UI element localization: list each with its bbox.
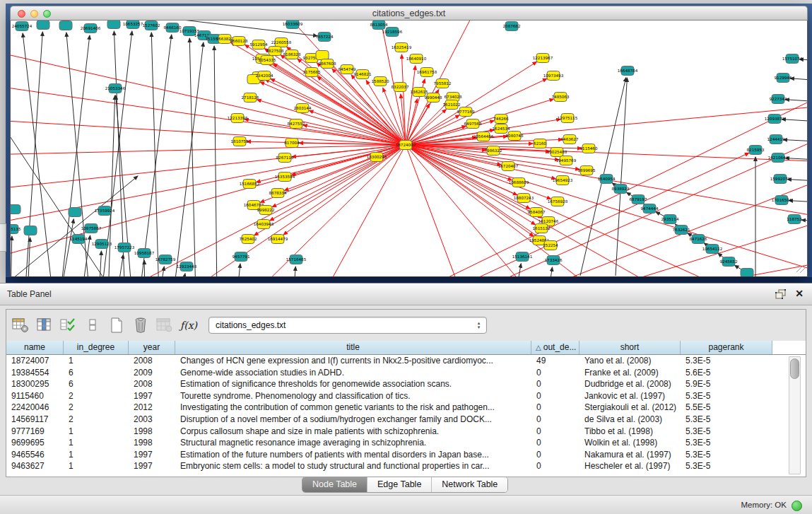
column-header-year[interactable]: year (129, 341, 175, 354)
graph-node[interactable]: 17957223 (114, 243, 135, 252)
graph-edge[interactable] (60, 219, 73, 276)
graph-node[interactable]: 17016504 (772, 196, 792, 205)
graph-node[interactable]: 5912954 (250, 40, 268, 49)
rows-icon[interactable] (83, 315, 102, 335)
graph-edge[interactable] (245, 119, 406, 145)
scrollbar-thumb[interactable] (790, 358, 799, 379)
graph-node[interactable] (59, 21, 72, 30)
graph-node[interactable]: 16756928 (548, 197, 568, 206)
graph-edge[interactable] (11, 105, 117, 276)
graph-node[interactable]: 9584067 (528, 208, 546, 217)
graph-node[interactable]: 9660128 (230, 37, 248, 46)
graph-node[interactable]: 9463627 (561, 135, 579, 144)
graph-node[interactable]: 7625402 (240, 235, 257, 244)
table-vertical-scrollbar[interactable] (789, 356, 801, 474)
graph-node[interactable]: 2935114 (661, 215, 679, 224)
column-header-name[interactable]: name (6, 341, 64, 354)
graph-node[interactable]: 8267110 (276, 153, 294, 163)
graph-node[interactable]: 10653257 (123, 21, 143, 29)
create-column-icon[interactable] (107, 315, 126, 335)
graph-node[interactable]: 16914479 (268, 235, 288, 244)
graph-node[interactable]: 62160 (534, 139, 546, 148)
graph-edge[interactable] (790, 78, 807, 81)
graph-node[interactable]: 16210643 (768, 153, 789, 163)
graph-node[interactable]: 8938923 (612, 185, 630, 194)
graph-edge[interactable] (293, 267, 295, 276)
graph-node[interactable]: 9457791 (233, 252, 250, 262)
graph-node[interactable]: 12923448 (177, 262, 197, 271)
graph-edge[interactable] (406, 145, 551, 199)
graph-edge[interactable] (214, 46, 217, 276)
graph-node[interactable]: 15166852 (240, 180, 259, 189)
graph-node[interactable]: 16782759 (155, 255, 176, 264)
graph-node[interactable]: 12213398 (228, 114, 248, 123)
graph-node[interactable] (37, 21, 49, 30)
graph-node[interactable]: 9129946 (775, 74, 792, 83)
graph-node[interactable]: 9115460 (580, 144, 598, 153)
function-builder-icon[interactable]: ƒ(x) (179, 315, 199, 335)
graph-edge[interactable] (616, 78, 627, 276)
graph-edge[interactable] (151, 33, 159, 276)
graph-node[interactable] (11, 205, 20, 214)
table-row[interactable]: 1938455462009Genome-wide association stu… (6, 367, 806, 379)
column-header-out-degree[interactable]: △out_de... (531, 341, 579, 354)
graph-node[interactable]: 1145194 (70, 235, 88, 244)
graph-node[interactable]: 20691406 (81, 24, 101, 33)
graph-node[interactable] (24, 226, 37, 235)
table-row[interactable]: 977716911998Corpus callosum shape and si… (6, 426, 806, 438)
graph-node[interactable]: 9998222 (257, 206, 275, 215)
graph-node[interactable]: 9227343 (770, 95, 787, 104)
table-row[interactable]: 911546021997Tourette syndrome. Phenomeno… (6, 390, 806, 402)
graph-node[interactable]: 1615132 (533, 224, 551, 233)
graph-node[interactable]: 1827508 (266, 47, 284, 56)
graph-node[interactable]: 12905123 (92, 240, 112, 249)
graph-node[interactable]: 12975115 (558, 114, 578, 123)
graph-node[interactable]: 16961758 (417, 68, 437, 77)
graph-node[interactable]: 7986322 (485, 146, 502, 156)
graph-node[interactable]: 10688609 (509, 178, 529, 187)
table-row[interactable]: 946362711997Embryonic stem cells: a mode… (6, 460, 806, 472)
graph-node[interactable]: 7632621 (673, 226, 690, 235)
graph-node[interactable]: 19218596 (382, 28, 403, 37)
graph-node[interactable]: 22260558 (271, 38, 292, 47)
tab-edge-table[interactable]: Edge Table (367, 477, 431, 492)
graph-node[interactable]: 10654112 (702, 245, 722, 254)
graph-node[interactable]: 1621022 (443, 100, 461, 110)
graph-node[interactable]: 118753 (787, 215, 802, 224)
graph-node[interactable]: 21053346 (105, 84, 126, 93)
graph-node[interactable]: 6879197 (630, 195, 647, 204)
tab-node-table[interactable]: Node Table (302, 477, 367, 492)
graph-edge[interactable] (260, 82, 406, 145)
graph-node[interactable]: 2867608 (319, 59, 336, 69)
graph-node[interactable]: 19495769 (556, 156, 577, 165)
graph-node[interactable]: 12213967 (533, 54, 553, 63)
graph-node[interactable] (69, 208, 81, 217)
graph-edge[interactable] (117, 255, 123, 276)
graph-node[interactable]: 1527602 (143, 21, 160, 30)
graph-edge[interactable] (283, 145, 406, 235)
column-header-pagerank[interactable]: pagerank (681, 341, 772, 354)
column-header-in-degree[interactable]: in_degree (64, 341, 129, 354)
graph-node[interactable]: 8322037 (392, 83, 409, 92)
graph-node[interactable]: 16033809 (283, 21, 303, 29)
graph-edge[interactable] (401, 54, 406, 145)
graph-edge[interactable] (515, 264, 521, 276)
graph-edge[interactable] (406, 99, 418, 145)
graph-node[interactable]: 8878334 (269, 189, 287, 198)
graph-node[interactable]: 8215953 (747, 146, 765, 155)
graph-edge[interactable] (401, 94, 406, 145)
graph-node[interactable]: 817004 (284, 139, 300, 148)
table-row[interactable]: 1456911722003Disruption of a novel membe… (6, 414, 806, 426)
graph-node[interactable]: 2803144 (294, 104, 312, 113)
graph-edge[interactable] (114, 31, 125, 276)
graph-edge[interactable] (11, 236, 12, 276)
graph-node[interactable]: 19654923 (553, 176, 573, 185)
graph-node[interactable]: 16325419 (392, 43, 412, 52)
graph-node[interactable]: 10025488 (547, 148, 567, 157)
graph-node[interactable]: 10958187 (134, 249, 155, 258)
graph-edge[interactable] (406, 145, 807, 275)
graph-edge[interactable] (548, 267, 553, 276)
graph-node[interactable]: 15751074 (782, 54, 803, 64)
column-header-short[interactable]: short (579, 341, 681, 354)
graph-node[interactable]: 9990448 (425, 93, 442, 103)
